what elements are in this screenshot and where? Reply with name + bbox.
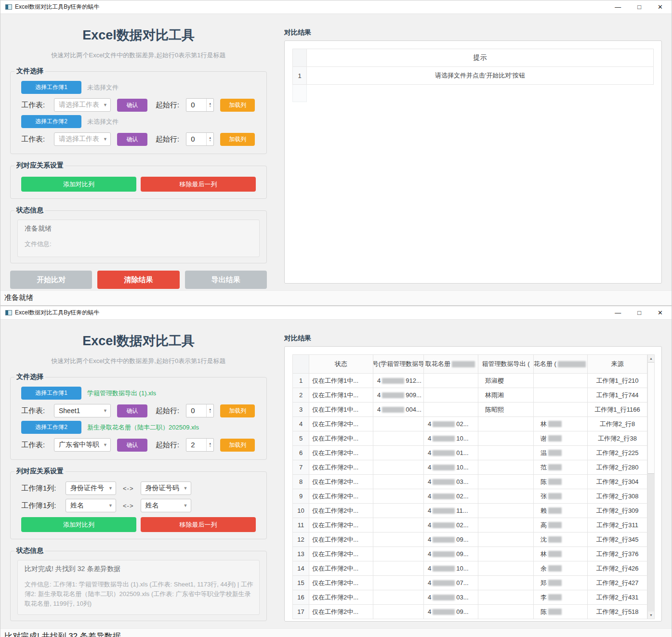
name-book2-cell: 高 (533, 518, 587, 533)
name-book1-cell: 林雨湘 (478, 388, 533, 403)
name-book2-cell: 谢 (533, 431, 587, 446)
source-cell: 工作簿2_行311 (587, 518, 647, 533)
load-columns2-button[interactable]: 加载列 (220, 439, 255, 452)
start-compare-button[interactable]: 开始比对 (10, 271, 92, 289)
name-book2-cell: 张 (533, 489, 587, 504)
add-compare-column-button[interactable]: 添加对比列 (21, 517, 136, 532)
table-row[interactable]: 2仅在工作簿1中...4909...林雨湘工作簿1_行744 (292, 388, 647, 403)
name-book2-cell: 郑 (533, 576, 587, 590)
startrow2-stepper[interactable]: 2 ▲▼ (186, 438, 214, 452)
table-row[interactable]: 10仅在工作簿2中...411...赖工作簿2_行309 (292, 504, 647, 518)
spin-down-icon[interactable]: ▼ (209, 411, 211, 414)
censored-block (433, 479, 455, 485)
censored-block (548, 594, 562, 600)
censored-block (548, 609, 562, 615)
censored-block (382, 407, 404, 413)
close-button[interactable]: ✕ (658, 4, 663, 10)
table-row[interactable]: 12仅在工作簿2中...409...沈工作簿2_行345 (292, 533, 647, 547)
table-row[interactable]: 11仅在工作簿2中...402...高工作簿2_行311 (292, 518, 647, 533)
remove-last-column-button[interactable]: 移除最后一列 (141, 177, 256, 192)
select-workbook2-button[interactable]: 选择工作簿2 (21, 115, 81, 128)
id-book1-cell (373, 547, 423, 561)
spin-down-icon[interactable]: ▼ (209, 139, 211, 142)
table-row[interactable]: 14仅在工作簿2中...410...余工作簿2_行426 (292, 561, 647, 576)
confirm-sheet1-button[interactable]: 确认 (117, 404, 147, 417)
add-compare-column-button[interactable]: 添加对比列 (21, 177, 136, 192)
table-row[interactable]: 13仅在工作簿2中...409...林工作簿2_行376 (292, 547, 647, 561)
id-book2-cell: 403... (423, 590, 478, 605)
book2-column-dropdown[interactable]: 身份证号码 ▼ (141, 481, 191, 495)
sheet1-dropdown[interactable]: 请选择工作表 ▼ (54, 98, 111, 112)
source-cell: 工作簿2_行38 (587, 431, 647, 446)
table-row[interactable]: 17仅在工作簿2中...409...陈工作簿2_行518 (292, 605, 647, 619)
maximize-button[interactable]: □ (637, 4, 641, 10)
id-book1-cell (373, 489, 423, 504)
maximize-button[interactable]: □ (637, 310, 641, 316)
table-row[interactable]: 7仅在工作簿2中...410...范工作簿2_行280 (292, 460, 647, 475)
confirm-sheet2-button[interactable]: 确认 (117, 133, 147, 146)
file-select-group: 文件选择 选择工作簿1 学籍管理数据导出 (1).xls 工作表: Sheet1… (10, 373, 267, 460)
export-results-button[interactable]: 导出结果 (185, 271, 267, 289)
id-book2-cell: 411... (423, 504, 478, 518)
id-book1-cell (373, 576, 423, 590)
table-row[interactable]: 6仅在工作簿2中...401...温工作簿2_行225 (292, 446, 647, 460)
file-select-group-label: 文件选择 (14, 373, 45, 381)
status-cell: 仅在工作簿2中... (309, 605, 373, 619)
startrow2-stepper[interactable]: 0 ▲▼ (186, 132, 214, 146)
table-row[interactable]: 15仅在工作簿2中...407...郑工作簿2_行427 (292, 576, 647, 590)
name-book1-cell (478, 533, 533, 547)
window-result-state: Excel数据对比工具By狂奔的蜗牛 — □ ✕ Excel数据对比工具 快速对… (0, 306, 672, 637)
status-cell: 仅在工作簿2中... (309, 460, 373, 475)
scroll-down-icon[interactable]: ▼ (648, 611, 654, 619)
censored-block (548, 536, 562, 543)
id-book1-cell (373, 605, 423, 619)
table-row[interactable]: 3仅在工作簿1中...4004...陈昭熙工作簿1_行1166 (292, 403, 647, 417)
select-workbook1-button[interactable]: 选择工作簿1 (21, 81, 81, 94)
book1-column-dropdown[interactable]: 身份证件号 ▼ (66, 481, 116, 495)
table-row[interactable]: 8仅在工作簿2中...403...陈工作簿2_行304 (292, 475, 647, 489)
sheet1-dropdown[interactable]: Sheet1 ▼ (54, 404, 111, 417)
status-info-box: 比对完成! 共找到 32 条差异数据 文件信息: 工作簿1: 学籍管理数据导出 … (17, 560, 260, 615)
close-button[interactable]: ✕ (658, 310, 663, 316)
minimize-button[interactable]: — (615, 4, 621, 10)
load-columns1-button[interactable]: 加载列 (220, 99, 255, 112)
startrow1-stepper[interactable]: 0 ▲▼ (186, 98, 214, 112)
sheet2-dropdown[interactable]: 广东省中等职 ▼ (54, 438, 111, 452)
spin-down-icon[interactable]: ▼ (209, 105, 211, 108)
table-row[interactable]: 1 请选择文件并点击'开始比对'按钮 (292, 67, 654, 85)
name-book1-cell: 陈昭熙 (478, 403, 533, 417)
table-row[interactable]: 5仅在工作簿2中...410...谢工作簿2_行38 (292, 431, 647, 446)
book2-column-dropdown[interactable]: 姓名 ▼ (141, 499, 191, 512)
confirm-sheet2-button[interactable]: 确认 (117, 439, 147, 452)
censored-block (382, 392, 404, 398)
name-book2-cell: 陈 (533, 605, 587, 619)
name-book2-cell: 沈 (533, 533, 587, 547)
confirm-sheet1-button[interactable]: 确认 (117, 99, 147, 112)
select-workbook1-button[interactable]: 选择工作簿1 (21, 387, 81, 400)
chevron-down-icon: ▼ (184, 486, 188, 491)
source-cell: 工作簿2_行426 (587, 561, 647, 576)
sheet2-dropdown[interactable]: 请选择工作表 ▼ (54, 132, 111, 146)
startrow1-stepper[interactable]: 0 ▲▼ (186, 404, 214, 417)
scroll-up-icon[interactable]: ▲ (648, 355, 654, 362)
spin-down-icon[interactable]: ▼ (209, 445, 211, 448)
minimize-button[interactable]: — (615, 310, 621, 316)
censored-block (452, 361, 475, 367)
select-workbook2-button[interactable]: 选择工作簿2 (21, 421, 81, 434)
censored-block (433, 436, 455, 442)
table-row[interactable]: 16仅在工作簿2中...403...李工作簿2_行431 (292, 590, 647, 605)
table-row[interactable]: 9仅在工作簿2中...402...张工作簿2_行308 (292, 489, 647, 504)
book1-column-dropdown[interactable]: 姓名 ▼ (66, 499, 116, 512)
table-row[interactable]: 4仅在工作簿2中...402...林工作簿2_行8 (292, 417, 647, 431)
page-subtitle: 快速对比两个Excel文件中的数据差异,起始行0表示第1行是标题 (10, 51, 267, 60)
clear-results-button[interactable]: 清除结果 (97, 271, 179, 289)
vertical-scrollbar[interactable]: ▲ ▼ (647, 354, 655, 619)
table-row[interactable]: 1仅在工作簿1中...4912...郑淑樱工作簿1_行210 (292, 374, 647, 388)
scrollbar-track[interactable] (648, 474, 654, 611)
load-columns1-button[interactable]: 加载列 (220, 404, 255, 417)
chevron-down-icon: ▼ (108, 486, 113, 491)
scrollbar-thumb[interactable] (648, 362, 654, 474)
remove-last-column-button[interactable]: 移除最后一列 (141, 517, 256, 532)
chevron-down-icon: ▼ (108, 503, 113, 508)
load-columns2-button[interactable]: 加载列 (220, 133, 255, 146)
